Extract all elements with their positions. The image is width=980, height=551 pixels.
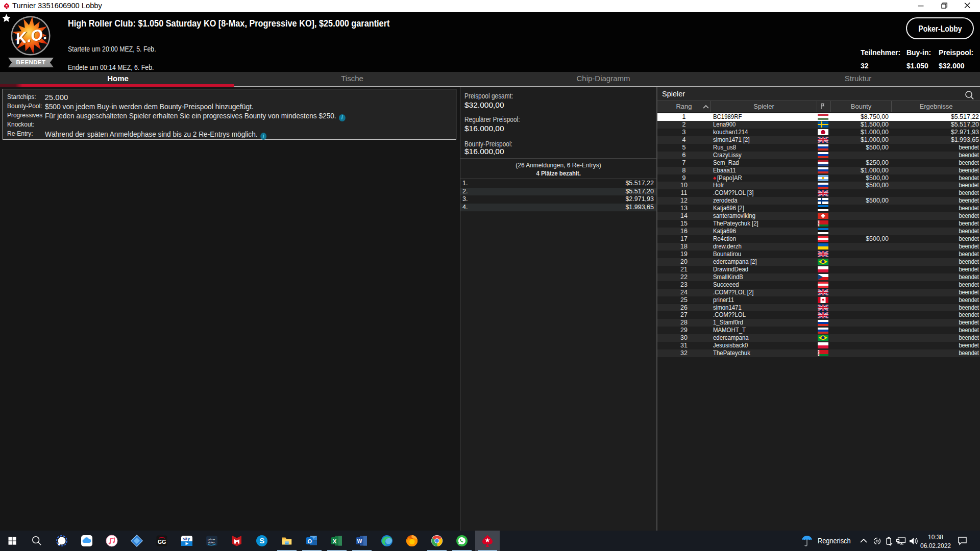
svg-text:X: X xyxy=(333,538,337,544)
svg-text:sky: sky xyxy=(183,536,190,541)
svg-text:video: video xyxy=(208,541,214,544)
svg-text:GG: GG xyxy=(158,539,166,545)
svg-text:O: O xyxy=(308,538,312,544)
svg-text:prime: prime xyxy=(208,538,215,541)
svg-text:S: S xyxy=(259,536,264,545)
svg-text:W: W xyxy=(357,538,362,544)
